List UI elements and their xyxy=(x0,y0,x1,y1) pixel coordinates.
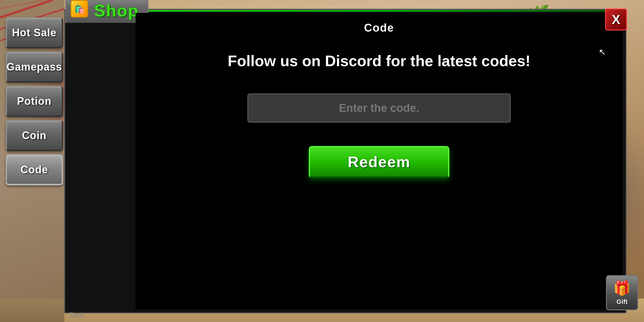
sidebar-item-gamepass[interactable]: Gamepass xyxy=(6,52,63,83)
shop-title: Shop xyxy=(94,1,139,20)
section-title: Code xyxy=(364,22,394,34)
discord-promo-text: Follow us on Discord for the latest code… xyxy=(216,52,542,70)
sidebar-nav: Hot Sale Gamepass Potion Coin Code xyxy=(6,18,63,185)
close-button[interactable]: X xyxy=(605,8,627,30)
gift-label: Gift xyxy=(616,298,628,306)
top-bar xyxy=(65,10,626,12)
sidebar-item-coin[interactable]: Coin xyxy=(6,120,63,151)
shop-bag-icon: 🛍️ xyxy=(74,4,85,14)
shop-icon-box: 🛍️ xyxy=(71,0,88,18)
gift-button[interactable]: 🎁 Gift xyxy=(606,275,638,310)
gift-icon: 🎁 xyxy=(613,280,631,297)
sidebar-item-potion[interactable]: Potion xyxy=(6,86,63,117)
shop-panel: 🛍️ Shop X Code Follow us on Discord for … xyxy=(64,9,626,313)
main-content-area: Code Follow us on Discord for the latest… xyxy=(136,13,623,309)
seek-label: Seek xyxy=(69,311,85,319)
close-icon: X xyxy=(612,12,620,27)
shop-icon-container: 🛍️ xyxy=(71,0,91,20)
redeem-button[interactable]: Redeem xyxy=(309,146,449,178)
sidebar-item-code[interactable]: Code xyxy=(6,155,63,185)
redeem-label: Redeem xyxy=(348,153,410,171)
code-input[interactable] xyxy=(248,94,510,122)
sidebar-item-hot-sale[interactable]: Hot Sale xyxy=(6,18,63,48)
code-input-container[interactable] xyxy=(247,93,511,123)
